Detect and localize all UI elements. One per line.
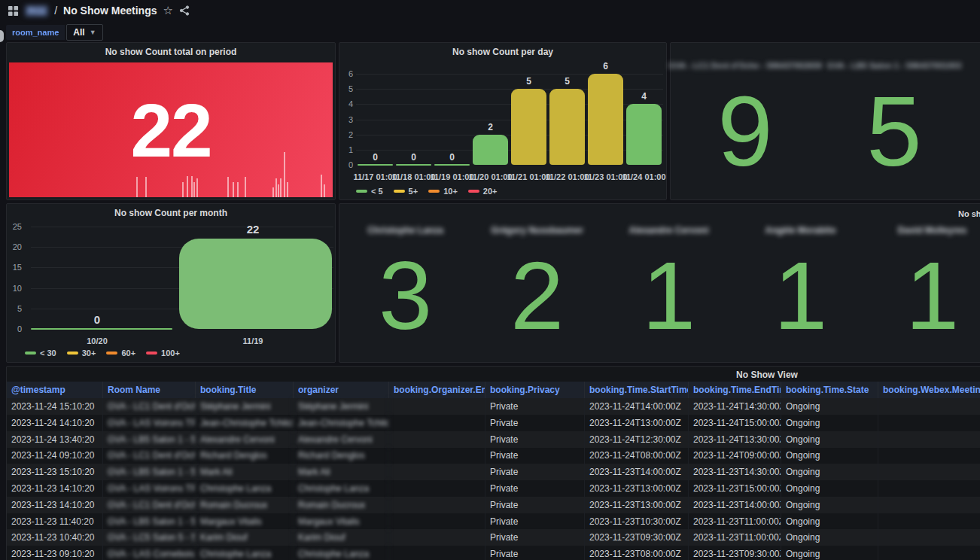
panel-rooms: GVA - LC1 Dent d'Oche - 5964370026599GVA… [670, 42, 980, 200]
table-cell: 2023-11-24T13:00:00Z [585, 415, 689, 431]
table-cell: 2023-11-23 10:40:20 [7, 529, 103, 546]
table-cell: 2023-11-24T08:00:00Z [585, 447, 689, 464]
panel-people: No sh Christophe Lanza3Grégory Nussbaume… [339, 203, 980, 363]
table-cell: 2023-11-23T08:00:00Z [585, 546, 689, 560]
legend-swatch [468, 190, 479, 193]
legend-swatch [394, 190, 405, 193]
table-row: 2023-11-23 14:10:20GVA - LAS Voirons TP … [7, 480, 980, 497]
table-cell: Private [485, 497, 585, 513]
breadcrumb-org[interactable]: RGI [25, 5, 48, 17]
person-stat-label: Angèle Morabito [765, 225, 835, 236]
person-stat-label: Christophe Lanza [367, 225, 443, 236]
table-row: 2023-11-23 14:10:20GVA - LC1 Dent d'Oche… [7, 497, 980, 513]
panel-title-fragment[interactable]: No sh [958, 209, 980, 218]
table-cell: 2023-11-24T12:30:00Z [585, 431, 689, 448]
table-cell [389, 431, 485, 448]
table-cell: Alexandre Cervoni [294, 431, 389, 448]
table-cell [389, 415, 485, 431]
table-cell: 2023-11-23T13:00:00Z [585, 480, 689, 497]
table-cell: GVA - LC1 Dent d'Oche - 5... [103, 447, 196, 464]
legend-label: 100+ [161, 348, 180, 358]
legend-swatch [106, 352, 117, 355]
bar-value-label: 5 [549, 76, 586, 87]
table-cell [878, 513, 980, 530]
table-column-header[interactable]: organizer [294, 382, 389, 398]
share-icon[interactable] [179, 5, 190, 16]
table-column-header[interactable]: booking.Title [196, 382, 294, 398]
table-column-header[interactable]: booking.Webex.MeetingNumb [878, 382, 980, 398]
table-cell: 2023-11-24 15:10:20 [7, 398, 103, 415]
table-cell: Ongoing [781, 398, 878, 415]
sparkline-bar [196, 178, 198, 197]
bar-value-label: 0 [357, 152, 394, 163]
table-row: 2023-11-24 13:40:20GVA - LB5 Salon 1 - 5… [7, 431, 980, 448]
legend-item[interactable]: 60+ [106, 348, 135, 358]
sparkline-bar [287, 182, 288, 197]
sparkline-bar [136, 177, 138, 197]
table-column-header[interactable]: booking.Time.EndTime [689, 382, 781, 398]
room-stat-column: GVA - LB5 Salon 1 - 5964370010035 [820, 55, 969, 193]
bar-value-label: 4 [625, 91, 663, 102]
sparkline-bar [187, 176, 188, 197]
sparkline-bar [284, 152, 285, 197]
table-cell: 2023-11-23T14:00:00Z [689, 497, 781, 513]
star-icon[interactable]: ☆ [163, 4, 172, 17]
table-cell: GVA - LC1 Dent d'Oche - 5... [103, 497, 196, 513]
table-cell: GVA - LB5 Salon 1 - 59643... [103, 464, 196, 480]
table-column-header[interactable]: booking.Organizer.Email [389, 382, 485, 398]
room-name-dropdown-value: All [73, 27, 84, 38]
room-stat-column: GVA - [969, 55, 980, 193]
bar-value-label: 0 [434, 152, 471, 163]
legend-item[interactable]: 20+ [468, 187, 498, 196]
table-cell: Private [485, 398, 585, 415]
dashboards-grid-icon[interactable] [8, 5, 19, 17]
table-column-header[interactable]: booking.Time.StartTime [585, 382, 689, 398]
table-cell: Private [485, 546, 585, 560]
breadcrumb-separator: / [54, 5, 57, 17]
table-cell [389, 529, 485, 546]
variable-label-room-name[interactable]: room_name [6, 25, 65, 40]
panel-no-show-view: No Show View @timestampRoom Namebooking.… [6, 366, 980, 560]
sidebar-handle[interactable] [0, 30, 4, 42]
bar [588, 74, 623, 165]
legend-item[interactable]: < 30 [25, 348, 56, 358]
table-cell: Private [485, 513, 585, 530]
table-cell [878, 497, 980, 513]
table-column-header[interactable]: booking.Privacy [485, 382, 585, 398]
y-axis-tick-label: 5 [339, 84, 353, 93]
table-cell: Richard Denglos [294, 447, 389, 464]
table-cell: 2023-11-23T13:00:00Z [585, 497, 689, 513]
room-stat-value: 5 [866, 70, 921, 193]
chart-legend: < 55+10+20+ [356, 187, 498, 196]
table-panel-title[interactable]: No Show View [707, 370, 827, 380]
legend-label: 20+ [483, 187, 498, 196]
table-cell: Jean-Christophe Tchitchia... [196, 415, 294, 431]
legend-item[interactable]: 5+ [394, 187, 418, 196]
room-name-dropdown[interactable]: All ▼ [66, 24, 102, 41]
y-axis-tick-label: 5 [8, 304, 22, 313]
per-day-plot: 0123456011/17 01:00011/18 01:00011/19 01… [339, 43, 666, 199]
legend-item[interactable]: 10+ [428, 187, 458, 196]
table-cell: Ongoing [781, 529, 878, 546]
legend-item[interactable]: < 5 [356, 187, 383, 196]
person-stat-column: Alexandre Cervoni1 [603, 219, 735, 356]
table-cell: 2023-11-23T09:30:00Z [585, 529, 689, 546]
table-column-header[interactable]: Room Name [103, 382, 196, 398]
panel-title[interactable]: No show Count total on period [7, 43, 335, 61]
y-axis-tick-label: 2 [339, 130, 353, 139]
table-row: 2023-11-23 11:40:20GVA - LB5 Salon 1 - 5… [7, 513, 980, 530]
table-column-header[interactable]: booking.Time.State [781, 382, 878, 398]
table-cell: Stéphane Jermini [294, 398, 389, 415]
table-cell: Private [485, 415, 585, 431]
y-axis-tick-label: 3 [339, 115, 353, 124]
legend-item[interactable]: 30+ [67, 348, 96, 358]
legend-item[interactable]: 100+ [146, 348, 180, 358]
table-cell: Christophe Lanza [294, 480, 389, 497]
table-cell: Ongoing [781, 497, 878, 513]
table-column-header[interactable]: @timestamp [7, 382, 103, 398]
room-stat-label: GVA - LB5 Salon 1 - 596437001003 [827, 61, 962, 70]
table-cell: Richard Denglos [196, 447, 294, 464]
legend-swatch [356, 190, 367, 193]
table-cell: Karim Diouf [196, 529, 294, 546]
person-stat-column: Angèle Morabito1 [735, 219, 866, 356]
